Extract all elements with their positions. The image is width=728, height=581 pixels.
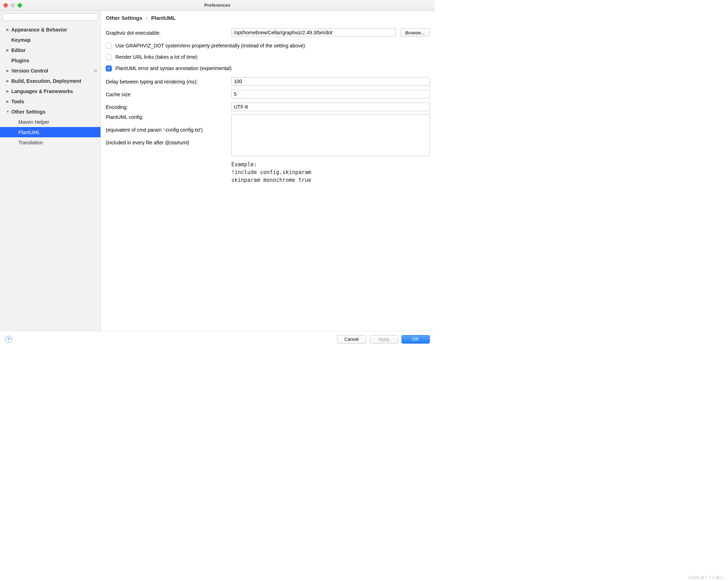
chevron-right-icon: › <box>146 15 148 21</box>
breadcrumb-current: PlantUML <box>151 15 175 21</box>
apply-button[interactable]: Apply <box>370 335 398 344</box>
use-env-checkbox[interactable] <box>106 43 112 49</box>
encoding-label: Encoding: <box>106 104 231 110</box>
titlebar: Preferences <box>0 0 435 11</box>
render-url-checkbox[interactable] <box>106 54 112 60</box>
search-input[interactable] <box>2 13 98 21</box>
settings-tree: ▶Appearance & Behavior Keymap ▶Editor Pl… <box>0 23 100 331</box>
plantuml-config-label: PlantUML config: <box>106 114 231 120</box>
plantuml-config-sub2: (included in every file after @startuml) <box>106 140 231 145</box>
chevron-right-icon: ▶ <box>6 28 10 31</box>
delay-input[interactable] <box>231 77 430 86</box>
cancel-button[interactable]: Cancel <box>337 335 366 344</box>
chevron-right-icon: ▶ <box>6 89 10 93</box>
chevron-down-icon: ▼ <box>6 110 10 114</box>
main-panel: Other Settings › PlantUML Graphviz dot e… <box>101 11 435 331</box>
sidebar: ▾ ▶Appearance & Behavior Keymap ▶Editor … <box>0 11 101 331</box>
cache-size-label: Cache size: <box>106 91 231 97</box>
sidebar-item-translation[interactable]: Translation <box>0 137 100 148</box>
ok-button[interactable]: OK <box>401 335 430 344</box>
breadcrumb: Other Settings › PlantUML <box>106 15 430 21</box>
render-url-label: Render URL links (takes a lot of time) <box>115 54 197 60</box>
graphviz-label: Graphviz dot executable: <box>106 29 231 36</box>
cache-size-input[interactable] <box>231 90 430 98</box>
chevron-right-icon: ▶ <box>6 99 10 103</box>
breadcrumb-parent[interactable]: Other Settings <box>106 15 142 21</box>
graphviz-path-input[interactable] <box>231 28 396 37</box>
sidebar-item-appearance-behavior[interactable]: ▶Appearance & Behavior <box>0 24 100 35</box>
use-env-label: Use GRAPHVIZ_DOT system/env property pre… <box>115 43 305 48</box>
delay-label: Delay between typing and rendering (ms): <box>106 78 231 85</box>
window-title: Preferences <box>0 2 435 8</box>
chevron-right-icon: ▶ <box>6 69 10 73</box>
sidebar-item-editor[interactable]: ▶Editor <box>0 45 100 55</box>
syntax-annotation-label: PlantUML error and syntax annotation (ex… <box>115 65 232 71</box>
config-example-text: Example: !include config.skinparam skinp… <box>231 161 430 184</box>
chevron-right-icon: ▶ <box>6 48 10 52</box>
sidebar-item-plugins[interactable]: Plugins <box>0 55 100 65</box>
help-icon[interactable]: ? <box>5 336 12 343</box>
sidebar-item-keymap[interactable]: Keymap <box>0 35 100 45</box>
sidebar-item-version-control[interactable]: ▶Version Control⧉ <box>0 65 100 76</box>
sidebar-item-build-execution-deployment[interactable]: ▶Build, Execution, Deployment <box>0 76 100 86</box>
chevron-right-icon: ▶ <box>6 79 10 83</box>
project-profile-icon: ⧉ <box>94 68 97 73</box>
sidebar-item-plantuml[interactable]: PlantUML <box>0 127 100 137</box>
browse-button[interactable]: Browse... <box>400 28 430 37</box>
sidebar-item-maven-helper[interactable]: Maven Helper <box>0 117 100 127</box>
sidebar-item-other-settings[interactable]: ▼Other Settings <box>0 107 100 117</box>
encoding-input[interactable] <box>231 103 430 111</box>
syntax-annotation-checkbox[interactable] <box>106 65 112 71</box>
footer: ? Cancel Apply OK <box>0 331 435 347</box>
sidebar-item-tools[interactable]: ▶Tools <box>0 96 100 107</box>
plantuml-config-sub1: (equivalent of cmd param '-config config… <box>106 127 231 133</box>
sidebar-item-languages-frameworks[interactable]: ▶Languages & Frameworks <box>0 86 100 96</box>
plantuml-config-textarea[interactable] <box>231 114 430 156</box>
